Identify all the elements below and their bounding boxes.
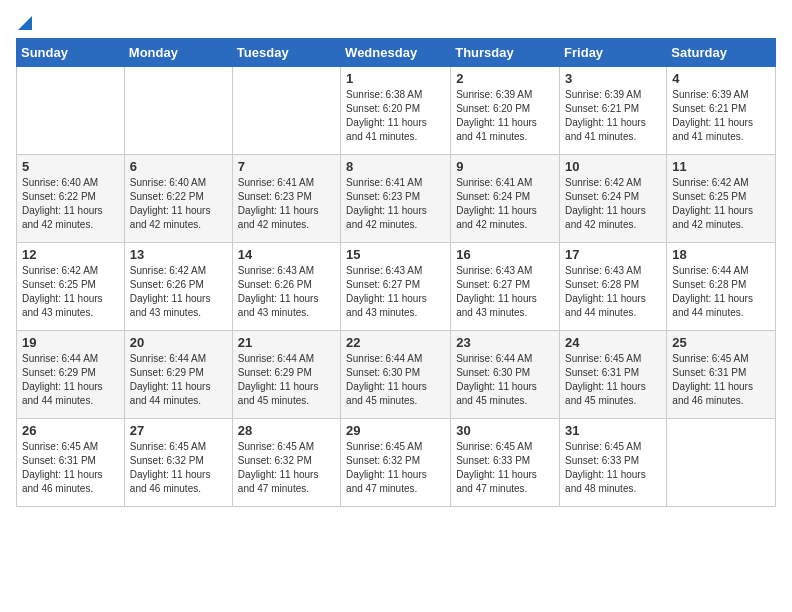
calendar-cell: 27Sunrise: 6:45 AM Sunset: 6:32 PM Dayli… — [124, 419, 232, 507]
day-info: Sunrise: 6:44 AM Sunset: 6:30 PM Dayligh… — [346, 352, 445, 408]
day-number: 9 — [456, 159, 554, 174]
svg-marker-0 — [18, 16, 32, 30]
calendar-cell: 11Sunrise: 6:42 AM Sunset: 6:25 PM Dayli… — [667, 155, 776, 243]
day-number: 26 — [22, 423, 119, 438]
day-info: Sunrise: 6:41 AM Sunset: 6:23 PM Dayligh… — [238, 176, 335, 232]
day-info: Sunrise: 6:45 AM Sunset: 6:33 PM Dayligh… — [565, 440, 661, 496]
day-number: 23 — [456, 335, 554, 350]
day-number: 20 — [130, 335, 227, 350]
day-header-saturday: Saturday — [667, 39, 776, 67]
calendar-week-row: 26Sunrise: 6:45 AM Sunset: 6:31 PM Dayli… — [17, 419, 776, 507]
day-number: 6 — [130, 159, 227, 174]
day-number: 27 — [130, 423, 227, 438]
calendar-cell: 28Sunrise: 6:45 AM Sunset: 6:32 PM Dayli… — [232, 419, 340, 507]
day-info: Sunrise: 6:45 AM Sunset: 6:31 PM Dayligh… — [672, 352, 770, 408]
day-info: Sunrise: 6:42 AM Sunset: 6:24 PM Dayligh… — [565, 176, 661, 232]
day-number: 1 — [346, 71, 445, 86]
day-number: 28 — [238, 423, 335, 438]
day-info: Sunrise: 6:44 AM Sunset: 6:28 PM Dayligh… — [672, 264, 770, 320]
calendar-cell — [17, 67, 125, 155]
day-info: Sunrise: 6:45 AM Sunset: 6:31 PM Dayligh… — [22, 440, 119, 496]
calendar-header-row: SundayMondayTuesdayWednesdayThursdayFrid… — [17, 39, 776, 67]
calendar-cell: 26Sunrise: 6:45 AM Sunset: 6:31 PM Dayli… — [17, 419, 125, 507]
day-header-tuesday: Tuesday — [232, 39, 340, 67]
day-number: 19 — [22, 335, 119, 350]
calendar-cell: 31Sunrise: 6:45 AM Sunset: 6:33 PM Dayli… — [560, 419, 667, 507]
day-info: Sunrise: 6:45 AM Sunset: 6:32 PM Dayligh… — [346, 440, 445, 496]
day-number: 18 — [672, 247, 770, 262]
calendar-week-row: 19Sunrise: 6:44 AM Sunset: 6:29 PM Dayli… — [17, 331, 776, 419]
calendar-cell: 17Sunrise: 6:43 AM Sunset: 6:28 PM Dayli… — [560, 243, 667, 331]
calendar-cell: 19Sunrise: 6:44 AM Sunset: 6:29 PM Dayli… — [17, 331, 125, 419]
day-info: Sunrise: 6:41 AM Sunset: 6:23 PM Dayligh… — [346, 176, 445, 232]
calendar-cell: 1Sunrise: 6:38 AM Sunset: 6:20 PM Daylig… — [341, 67, 451, 155]
day-number: 4 — [672, 71, 770, 86]
calendar-cell: 6Sunrise: 6:40 AM Sunset: 6:22 PM Daylig… — [124, 155, 232, 243]
day-info: Sunrise: 6:39 AM Sunset: 6:20 PM Dayligh… — [456, 88, 554, 144]
day-info: Sunrise: 6:43 AM Sunset: 6:26 PM Dayligh… — [238, 264, 335, 320]
day-header-sunday: Sunday — [17, 39, 125, 67]
day-info: Sunrise: 6:39 AM Sunset: 6:21 PM Dayligh… — [565, 88, 661, 144]
day-info: Sunrise: 6:42 AM Sunset: 6:25 PM Dayligh… — [22, 264, 119, 320]
calendar-cell: 14Sunrise: 6:43 AM Sunset: 6:26 PM Dayli… — [232, 243, 340, 331]
calendar-cell — [124, 67, 232, 155]
day-info: Sunrise: 6:45 AM Sunset: 6:32 PM Dayligh… — [130, 440, 227, 496]
day-header-wednesday: Wednesday — [341, 39, 451, 67]
day-number: 3 — [565, 71, 661, 86]
day-info: Sunrise: 6:43 AM Sunset: 6:27 PM Dayligh… — [456, 264, 554, 320]
calendar-cell: 25Sunrise: 6:45 AM Sunset: 6:31 PM Dayli… — [667, 331, 776, 419]
day-number: 10 — [565, 159, 661, 174]
calendar-cell: 8Sunrise: 6:41 AM Sunset: 6:23 PM Daylig… — [341, 155, 451, 243]
calendar-cell: 29Sunrise: 6:45 AM Sunset: 6:32 PM Dayli… — [341, 419, 451, 507]
calendar-cell: 9Sunrise: 6:41 AM Sunset: 6:24 PM Daylig… — [451, 155, 560, 243]
day-number: 17 — [565, 247, 661, 262]
day-number: 22 — [346, 335, 445, 350]
day-info: Sunrise: 6:45 AM Sunset: 6:33 PM Dayligh… — [456, 440, 554, 496]
day-info: Sunrise: 6:45 AM Sunset: 6:31 PM Dayligh… — [565, 352, 661, 408]
calendar-cell: 13Sunrise: 6:42 AM Sunset: 6:26 PM Dayli… — [124, 243, 232, 331]
calendar-cell: 4Sunrise: 6:39 AM Sunset: 6:21 PM Daylig… — [667, 67, 776, 155]
day-info: Sunrise: 6:41 AM Sunset: 6:24 PM Dayligh… — [456, 176, 554, 232]
calendar-cell: 21Sunrise: 6:44 AM Sunset: 6:29 PM Dayli… — [232, 331, 340, 419]
day-number: 14 — [238, 247, 335, 262]
calendar-cell: 18Sunrise: 6:44 AM Sunset: 6:28 PM Dayli… — [667, 243, 776, 331]
day-info: Sunrise: 6:42 AM Sunset: 6:25 PM Dayligh… — [672, 176, 770, 232]
day-number: 11 — [672, 159, 770, 174]
day-number: 5 — [22, 159, 119, 174]
calendar-cell: 5Sunrise: 6:40 AM Sunset: 6:22 PM Daylig… — [17, 155, 125, 243]
calendar-cell: 3Sunrise: 6:39 AM Sunset: 6:21 PM Daylig… — [560, 67, 667, 155]
calendar-cell: 22Sunrise: 6:44 AM Sunset: 6:30 PM Dayli… — [341, 331, 451, 419]
calendar-cell: 7Sunrise: 6:41 AM Sunset: 6:23 PM Daylig… — [232, 155, 340, 243]
day-info: Sunrise: 6:44 AM Sunset: 6:29 PM Dayligh… — [238, 352, 335, 408]
day-info: Sunrise: 6:40 AM Sunset: 6:22 PM Dayligh… — [130, 176, 227, 232]
calendar-cell: 2Sunrise: 6:39 AM Sunset: 6:20 PM Daylig… — [451, 67, 560, 155]
day-number: 15 — [346, 247, 445, 262]
calendar-cell — [232, 67, 340, 155]
day-number: 12 — [22, 247, 119, 262]
day-info: Sunrise: 6:44 AM Sunset: 6:29 PM Dayligh… — [130, 352, 227, 408]
calendar-cell: 10Sunrise: 6:42 AM Sunset: 6:24 PM Dayli… — [560, 155, 667, 243]
calendar-cell: 20Sunrise: 6:44 AM Sunset: 6:29 PM Dayli… — [124, 331, 232, 419]
calendar-week-row: 12Sunrise: 6:42 AM Sunset: 6:25 PM Dayli… — [17, 243, 776, 331]
calendar-cell: 30Sunrise: 6:45 AM Sunset: 6:33 PM Dayli… — [451, 419, 560, 507]
day-number: 25 — [672, 335, 770, 350]
day-info: Sunrise: 6:38 AM Sunset: 6:20 PM Dayligh… — [346, 88, 445, 144]
day-number: 24 — [565, 335, 661, 350]
calendar-week-row: 1Sunrise: 6:38 AM Sunset: 6:20 PM Daylig… — [17, 67, 776, 155]
day-info: Sunrise: 6:43 AM Sunset: 6:28 PM Dayligh… — [565, 264, 661, 320]
day-info: Sunrise: 6:43 AM Sunset: 6:27 PM Dayligh… — [346, 264, 445, 320]
day-info: Sunrise: 6:40 AM Sunset: 6:22 PM Dayligh… — [22, 176, 119, 232]
calendar-cell: 23Sunrise: 6:44 AM Sunset: 6:30 PM Dayli… — [451, 331, 560, 419]
day-info: Sunrise: 6:42 AM Sunset: 6:26 PM Dayligh… — [130, 264, 227, 320]
day-number: 30 — [456, 423, 554, 438]
day-number: 2 — [456, 71, 554, 86]
day-header-friday: Friday — [560, 39, 667, 67]
day-number: 13 — [130, 247, 227, 262]
calendar-cell: 24Sunrise: 6:45 AM Sunset: 6:31 PM Dayli… — [560, 331, 667, 419]
day-info: Sunrise: 6:44 AM Sunset: 6:30 PM Dayligh… — [456, 352, 554, 408]
day-number: 29 — [346, 423, 445, 438]
day-number: 16 — [456, 247, 554, 262]
day-number: 21 — [238, 335, 335, 350]
calendar-cell — [667, 419, 776, 507]
calendar-week-row: 5Sunrise: 6:40 AM Sunset: 6:22 PM Daylig… — [17, 155, 776, 243]
